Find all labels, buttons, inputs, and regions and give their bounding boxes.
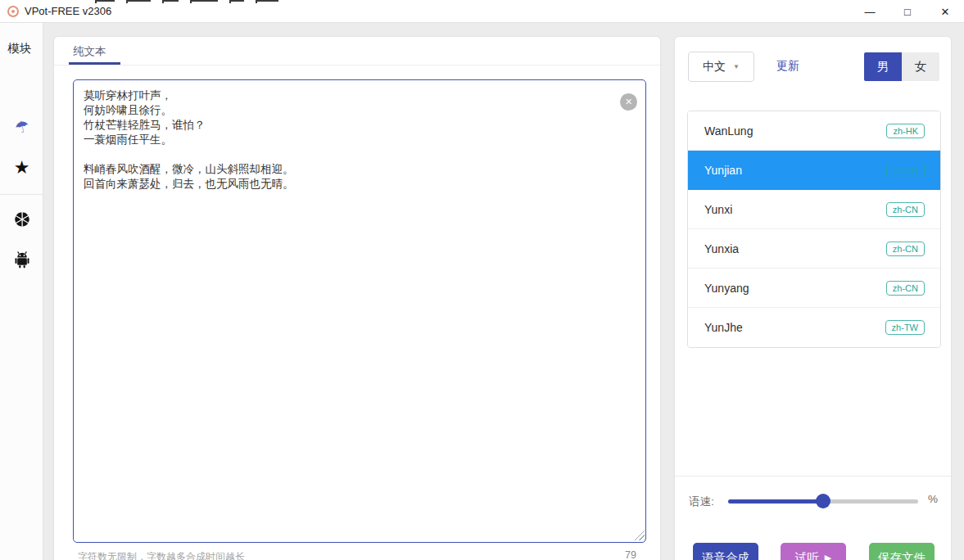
play-icon: ▶ xyxy=(825,553,831,560)
voice-name: WanLung xyxy=(704,124,753,138)
titlebar: VPot-FREE v2306 — □ ✕ xyxy=(0,0,964,23)
editor-card: 纯文本 莫听穿林打叶声， 何妨吟啸且徐行。 竹杖芒鞋轻胜马，谁怕？ 一蓑烟雨任平… xyxy=(53,36,661,560)
voice-name: Yunyang xyxy=(704,282,749,295)
voice-list: WanLung zh-HK Yunjian zh-CN Yunxi zh-CN … xyxy=(687,111,941,348)
synthesize-button[interactable]: 语音合成 xyxy=(693,543,758,560)
speed-slider[interactable] xyxy=(728,499,918,504)
clear-text-button[interactable]: ✕ xyxy=(620,93,637,111)
locale-badge: zh-CN xyxy=(886,163,925,178)
voice-row-yunxi[interactable]: Yunxi zh-CN xyxy=(688,190,940,229)
preview-label: 试听 xyxy=(795,550,819,560)
umbrella-icon: ☂ xyxy=(12,115,31,138)
gender-male-button[interactable]: 男 xyxy=(864,52,902,81)
voice-name: Yunxi xyxy=(704,203,732,216)
save-file-button[interactable]: 保存文件 xyxy=(869,543,935,560)
gender-toggle: 男 女 xyxy=(864,52,939,81)
panel-divider xyxy=(675,476,951,476)
voice-row-wanlung[interactable]: WanLung zh-HK xyxy=(688,111,940,151)
clipped-text-artifact xyxy=(95,0,278,3)
sidebar-divider xyxy=(0,194,43,195)
star-icon: ★ xyxy=(14,157,30,178)
module-sidebar: 模块 ☂ ★ xyxy=(0,23,43,560)
voice-name: YunJhe xyxy=(704,321,743,334)
shutter-icon xyxy=(13,210,31,228)
tab-plain-text[interactable]: 纯文本 xyxy=(73,44,106,59)
speed-slider-handle[interactable] xyxy=(816,494,830,508)
save-file-label: 保存文件 xyxy=(878,550,926,560)
sidebar-item-star[interactable]: ★ xyxy=(0,157,43,178)
locale-badge: zh-TW xyxy=(885,320,925,335)
app-window: VPot-FREE v2306 — □ ✕ 模块 ☂ ★ xyxy=(0,0,964,560)
window-controls: — □ ✕ xyxy=(851,0,964,23)
app-logo-icon xyxy=(7,6,19,17)
synthesize-label: 语音合成 xyxy=(702,550,749,560)
speed-unit: % xyxy=(928,493,938,505)
gender-female-button[interactable]: 女 xyxy=(902,52,939,81)
maximize-button[interactable]: □ xyxy=(889,0,926,23)
close-button[interactable]: ✕ xyxy=(926,0,964,23)
voice-row-yunxia[interactable]: Yunxia zh-CN xyxy=(688,229,940,269)
sidebar-item-shutter[interactable] xyxy=(0,209,43,230)
sidebar-item-umbrella[interactable]: ☂ xyxy=(0,116,43,138)
voice-row-yunyang[interactable]: Yunyang zh-CN xyxy=(688,269,940,308)
locale-badge: zh-CN xyxy=(886,242,925,256)
speed-slider-fill xyxy=(728,499,823,504)
sidebar-item-android[interactable] xyxy=(0,249,43,270)
language-select-value: 中文 xyxy=(703,60,726,75)
chevron-down-icon: ▼ xyxy=(733,63,740,70)
char-limit-hint: 字符数无限制，字数越多合成时间越长 xyxy=(78,550,245,560)
sidebar-title: 模块 xyxy=(7,41,31,56)
locale-badge: zh-CN xyxy=(886,202,925,217)
text-input[interactable]: 莫听穿林打叶声， 何妨吟啸且徐行。 竹杖芒鞋轻胜马，谁怕？ 一蓑烟雨任平生。 料… xyxy=(73,79,646,543)
speed-label: 语速: xyxy=(689,495,714,509)
preview-button[interactable]: 试听 ▶ xyxy=(781,543,846,560)
voice-name: Yunxia xyxy=(704,242,739,255)
char-count: 79 xyxy=(625,549,636,560)
voice-name: Yunjian xyxy=(704,164,742,177)
language-select[interactable]: 中文 ▼ xyxy=(688,52,754,82)
refresh-link[interactable]: 更新 xyxy=(776,59,799,74)
voice-panel: 中文 ▼ 更新 男 女 WanLung zh-HK Yunjian zh-CN … xyxy=(674,36,952,560)
tab-row-divider xyxy=(54,65,660,65)
locale-badge: zh-HK xyxy=(886,124,925,138)
android-icon xyxy=(14,251,30,269)
minimize-button[interactable]: — xyxy=(851,0,889,23)
voice-row-yunjian[interactable]: Yunjian zh-CN xyxy=(688,151,940,190)
close-icon: ✕ xyxy=(625,97,632,107)
voice-row-yunjhe[interactable]: YunJhe zh-TW xyxy=(688,308,940,347)
app-title: VPot-FREE v2306 xyxy=(25,5,111,17)
locale-badge: zh-CN xyxy=(886,281,925,296)
